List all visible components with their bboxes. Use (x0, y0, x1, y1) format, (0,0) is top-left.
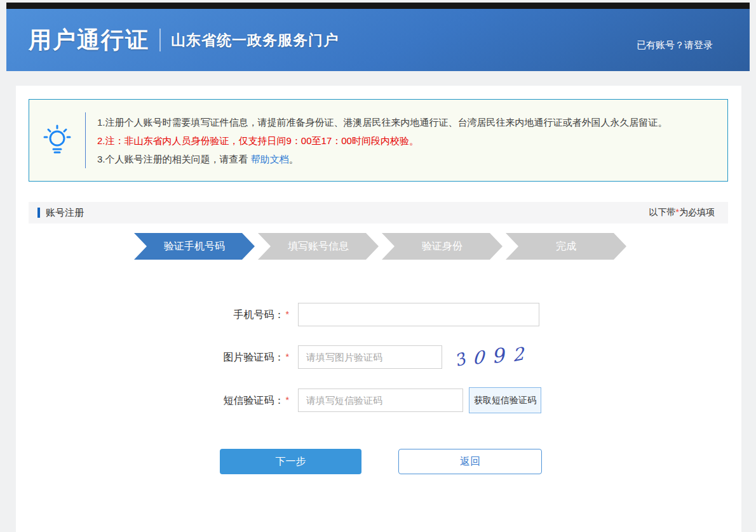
notice-text: 1.注册个人账号时需要填写证件信息，请提前准备身份证、港澳居民往来内地通行证、台… (86, 113, 683, 168)
captcha-image[interactable]: 3092 (454, 343, 537, 370)
header: 用户通行证 山东省统一政务服务门户 已有账号？请登录 (6, 9, 750, 71)
image-code-label: 图片验证码：* (16, 345, 289, 369)
sms-code-row: 短信验证码：* 获取短信验证码 (16, 389, 741, 412)
notice-line-1: 1.注册个人账号时需要填写证件信息，请提前准备身份证、港澳居民往来内地通行证、台… (97, 113, 668, 131)
notice-box: 1.注册个人账号时需要填写证件信息，请提前准备身份证、港澳居民往来内地通行证、台… (29, 99, 728, 182)
image-code-label-text: 图片验证码： (224, 352, 285, 362)
captcha-digit: 0 (472, 346, 484, 368)
sms-code-required-star: * (286, 395, 289, 405)
required-note-suffix: 为必填项 (679, 207, 715, 217)
top-strip (6, 3, 750, 9)
captcha-digit: 3 (452, 349, 468, 371)
sms-code-input[interactable] (298, 389, 463, 412)
step-account-info: 填写账号信息 (258, 233, 379, 260)
notice-icon-wrap (29, 124, 85, 157)
next-step-button[interactable]: 下一步 (220, 449, 361, 474)
sms-code-label: 短信验证码：* (16, 389, 289, 412)
step-finish: 完成 (506, 233, 626, 260)
back-button[interactable]: 返回 (398, 449, 542, 474)
required-note-prefix: 以下带 (649, 207, 676, 217)
notice-line-3-period: 。 (289, 154, 299, 164)
notice-line-3-text: 3.个人账号注册的相关问题，请查看 (97, 154, 251, 164)
get-sms-code-button[interactable]: 获取短信验证码 (469, 387, 541, 413)
notice-line-3: 3.个人账号注册的相关问题，请查看 帮助文档。 (97, 150, 668, 168)
section-bar: 账号注册 以下带*为必填项 (29, 202, 728, 223)
phone-row: 手机号码：* (16, 303, 741, 326)
section-marker (37, 208, 40, 218)
step-progress: 验证手机号码 填写账号信息 验证身份 完成 (134, 233, 626, 260)
brand-subtitle: 山东省统一政务服务门户 (171, 30, 339, 50)
notice-line-2: 2.注：非山东省内人员身份验证，仅支持日间9：00至17：00时间段内校验。 (97, 131, 668, 150)
step-verify-phone: 验证手机号码 (134, 233, 255, 260)
step-label: 完成 (556, 240, 576, 253)
brand-title: 用户通行证 (29, 25, 149, 56)
page: 用户通行证 山东省统一政务服务门户 已有账号？请登录 (0, 0, 756, 532)
brand-divider (159, 29, 161, 51)
phone-label: 手机号码：* (16, 303, 289, 326)
captcha-digit: 9 (490, 343, 505, 368)
login-link[interactable]: 已有账号？请登录 (637, 39, 713, 51)
step-label: 验证手机号码 (164, 240, 225, 253)
page-title: 账号注册 (46, 207, 84, 219)
step-label: 验证身份 (422, 240, 462, 253)
captcha-digit: 2 (512, 343, 525, 366)
phone-required-star: * (286, 309, 289, 319)
sms-code-label-text: 短信验证码： (224, 395, 285, 406)
phone-input[interactable] (298, 303, 539, 326)
step-verify-identity: 验证身份 (382, 233, 503, 260)
phone-label-text: 手机号码： (234, 309, 285, 320)
image-code-row: 图片验证码：* 3092 (16, 345, 741, 369)
brand: 用户通行证 山东省统一政务服务门户 (29, 9, 339, 71)
image-code-required-star: * (286, 352, 289, 362)
image-code-input[interactable] (298, 345, 442, 369)
required-note: 以下带*为必填项 (649, 207, 715, 218)
content-card: 1.注册个人账号时需要填写证件信息，请提前准备身份证、港澳居民往来内地通行证、台… (16, 86, 741, 532)
help-doc-link[interactable]: 帮助文档 (251, 154, 289, 164)
step-label: 填写账号信息 (288, 240, 349, 253)
lightbulb-icon (42, 124, 72, 157)
